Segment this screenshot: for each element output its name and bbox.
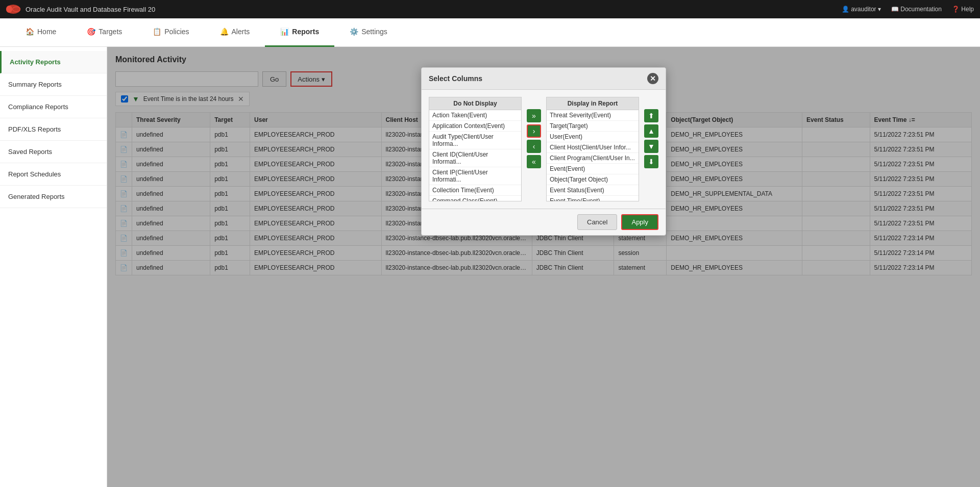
sidebar-item-report-schedules[interactable]: Report Schedules	[0, 163, 107, 186]
move-buttons: » › ‹ «	[527, 97, 541, 168]
sidebar-item-saved-reports[interactable]: Saved Reports	[0, 141, 107, 163]
svg-point-0	[12, 7, 20, 11]
display-in-report-item[interactable]: Event(Event)	[547, 164, 639, 174]
display-in-report-label: Display in Report	[546, 97, 639, 110]
display-in-report-item[interactable]: Event Status(Event)	[547, 185, 639, 196]
nav-reports[interactable]: 📊 Reports	[265, 18, 334, 47]
nav-settings[interactable]: ⚙️ Settings	[334, 18, 403, 47]
move-up-button[interactable]: ▲	[644, 124, 658, 138]
move-all-left-button[interactable]: «	[527, 155, 541, 168]
do-not-display-item[interactable]: Audit Type(Client/User Informa...	[429, 132, 521, 149]
modal-close-button[interactable]: ✕	[647, 73, 658, 84]
targets-icon: 🎯	[87, 28, 95, 36]
reports-icon: 📊	[280, 28, 289, 36]
modal-overlay: Select Columns ✕ Do Not Display Action T…	[107, 47, 980, 487]
do-not-display-item[interactable]: Client IP(Client/User Informati...	[429, 167, 521, 185]
policies-icon: 📋	[153, 28, 161, 36]
display-in-report-item[interactable]: User(Event)	[547, 132, 639, 142]
modal-title: Select Columns	[429, 74, 482, 83]
modal-body: Do Not Display Action Taken(Event)Applic…	[422, 90, 666, 209]
main-layout: Activity Reports Summary Reports Complia…	[0, 47, 980, 487]
sidebar-item-activity-reports[interactable]: Activity Reports	[0, 51, 107, 73]
do-not-display-label: Do Not Display	[429, 97, 522, 110]
display-in-report-item[interactable]: Client Program(Client/User In...	[547, 153, 639, 164]
do-not-display-item[interactable]: Client ID(Client/User Informati...	[429, 149, 521, 167]
documentation-link[interactable]: 📖 Documentation	[891, 6, 942, 13]
display-in-report-item[interactable]: Client Host(Client/User Infor...	[547, 142, 639, 153]
sidebar-item-compliance-reports[interactable]: Compliance Reports	[0, 96, 107, 118]
sidebar-item-generated-reports[interactable]: Generated Reports	[0, 186, 107, 208]
sidebar-item-pdf-xls-reports[interactable]: PDF/XLS Reports	[0, 118, 107, 141]
modal-footer: Cancel Apply	[422, 209, 666, 235]
do-not-display-item[interactable]: Collection Time(Event)	[429, 185, 521, 196]
top-bar: Oracle Audit Vault and Database Firewall…	[0, 0, 980, 18]
sidebar-item-summary-reports[interactable]: Summary Reports	[0, 73, 107, 96]
display-in-report-container: Display in Report Threat Severity(Event)…	[546, 97, 639, 201]
cancel-button[interactable]: Cancel	[577, 214, 617, 230]
move-bottom-button[interactable]: ⬇	[644, 155, 658, 168]
do-not-display-item[interactable]: Application Context(Event)	[429, 121, 521, 132]
nav-policies[interactable]: 📋 Policies	[137, 18, 204, 47]
sidebar: Activity Reports Summary Reports Complia…	[0, 47, 107, 487]
move-down-button[interactable]: ▼	[644, 140, 658, 153]
alerts-icon: 🔔	[220, 28, 229, 36]
top-bar-right: 👤 avauditor ▾ 📖 Documentation ❓ Help	[842, 6, 974, 13]
select-columns-modal: Select Columns ✕ Do Not Display Action T…	[421, 67, 666, 236]
do-not-display-list[interactable]: Action Taken(Event)Application Context(E…	[429, 110, 522, 201]
display-in-report-item[interactable]: Object(Target Object)	[547, 174, 639, 185]
do-not-display-container: Do Not Display Action Taken(Event)Applic…	[429, 97, 522, 201]
display-in-report-item[interactable]: Target(Target)	[547, 121, 639, 132]
nav-home[interactable]: 🏠 Home	[10, 18, 71, 47]
top-bar-left: Oracle Audit Vault and Database Firewall…	[6, 5, 155, 14]
home-icon: 🏠	[26, 28, 34, 36]
nav-alerts[interactable]: 🔔 Alerts	[205, 18, 265, 47]
move-right-button[interactable]: ›	[527, 124, 541, 138]
nav-targets[interactable]: 🎯 Targets	[71, 18, 137, 47]
display-in-report-list[interactable]: Threat Severity(Event)Target(Target)User…	[546, 110, 639, 201]
user-menu[interactable]: 👤 avauditor ▾	[842, 6, 881, 13]
settings-icon: ⚙️	[350, 28, 358, 36]
columns-layout: Do Not Display Action Taken(Event)Applic…	[429, 97, 658, 201]
help-link[interactable]: ❓ Help	[952, 6, 974, 13]
move-all-right-button[interactable]: »	[527, 109, 541, 122]
apply-button[interactable]: Apply	[621, 214, 658, 230]
move-top-button[interactable]: ⬆	[644, 109, 658, 122]
app-title: Oracle Audit Vault and Database Firewall…	[26, 6, 155, 13]
modal-header: Select Columns ✕	[422, 68, 666, 90]
do-not-display-item[interactable]: Action Taken(Event)	[429, 110, 521, 121]
order-buttons: ⬆ ▲ ▼ ⬇	[644, 97, 658, 168]
move-left-button[interactable]: ‹	[527, 140, 541, 153]
oracle-logo	[6, 5, 20, 14]
display-in-report-item[interactable]: Threat Severity(Event)	[547, 110, 639, 121]
do-not-display-item[interactable]: Command Class(Event)	[429, 196, 521, 201]
nav-bar: 🏠 Home 🎯 Targets 📋 Policies 🔔 Alerts 📊 R…	[0, 18, 980, 47]
display-in-report-item[interactable]: Event Time(Event)	[547, 196, 639, 201]
content-area: Monitored Activity Go Actions ▾ ▼ Event …	[107, 47, 980, 487]
